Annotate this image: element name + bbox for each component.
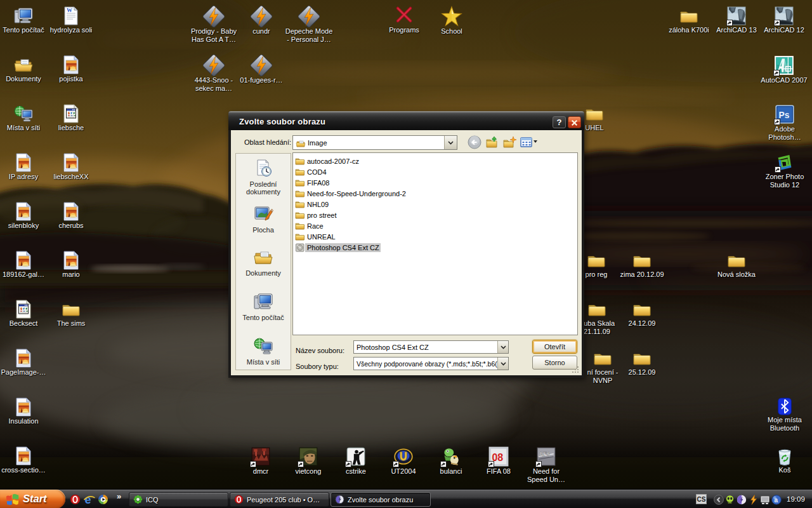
svg-text:a: a [775,497,778,504]
svg-text:e: e [85,494,91,505]
